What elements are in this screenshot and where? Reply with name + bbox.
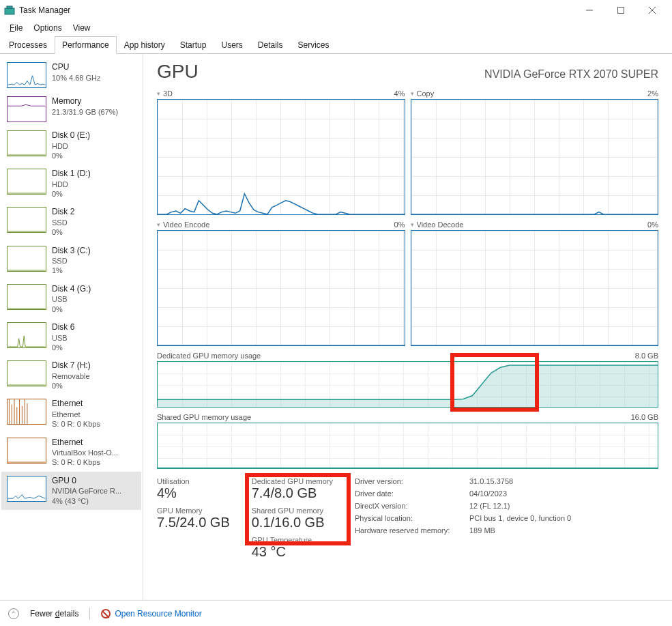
sidebar-item-label: Disk 0 (E:): [52, 130, 90, 141]
main-panel: GPU NVIDIA GeForce RTX 2070 SUPER ▾3D4% …: [143, 54, 672, 600]
sidebar-thumb: [7, 322, 46, 348]
menu-options[interactable]: Options: [29, 22, 65, 34]
chart-shared-label: Shared GPU memory usage: [157, 413, 251, 421]
chart-dedicated: Dedicated GPU memory usage8.0 GB: [157, 352, 658, 408]
svg-rect-3: [618, 8, 624, 14]
sidebar-item[interactable]: Disk 0 (E:) HDD0%: [1, 126, 141, 165]
open-resource-monitor-link[interactable]: Open Resource Monitor: [101, 609, 201, 618]
stat-shared-value: 0.1/16.0 GB: [252, 515, 333, 530]
maximize-button[interactable]: [605, 0, 637, 20]
meta-driver-date: 04/10/2023: [469, 489, 571, 498]
sidebar-item-label: Disk 1 (D:): [52, 169, 91, 180]
sidebar-item-label: Disk 3 (C:): [52, 246, 91, 257]
sidebar-item-label: GPU 0: [52, 476, 121, 487]
sidebar-item-sub: SSD: [52, 218, 74, 227]
tab-users[interactable]: Users: [214, 36, 250, 54]
chevron-up-icon: ⌃: [8, 608, 19, 619]
minimize-button[interactable]: [574, 0, 605, 20]
footer: ⌃ Fewer details Open Resource Monitor: [0, 600, 672, 626]
sidebar-item-sub: Ethernet: [52, 410, 100, 419]
chevron-down-icon: ▾: [157, 221, 160, 228]
sidebar-item[interactable]: Disk 4 (G:) USB0%: [1, 280, 141, 318]
chart-dedicated-right: 8.0 GB: [635, 352, 658, 360]
chart-3d[interactable]: ▾3D4%: [157, 89, 405, 215]
chart-encode-label: Video Encode: [163, 220, 209, 229]
stat-shared-label: Shared GPU memory: [252, 507, 333, 515]
sidebar-item[interactable]: Ethernet EthernetS: 0 R: 0 Kbps: [1, 395, 141, 433]
chart-encode[interactable]: ▾Video Encode0%: [157, 220, 405, 346]
menubar: File Options View: [0, 20, 672, 35]
sidebar-item-label: Disk 4 (G:): [52, 284, 91, 295]
sidebar-item-label: Disk 7 (H:): [52, 360, 91, 371]
sidebar-item[interactable]: GPU 0 NVIDIA GeForce R...4% (43 °C): [1, 472, 141, 510]
sidebar-item-sub: 1%: [52, 266, 91, 275]
chart-copy[interactable]: ▾Copy2%: [411, 89, 659, 215]
sidebar-item-sub: 4% (43 °C): [52, 496, 121, 506]
tab-startup[interactable]: Startup: [173, 36, 214, 54]
sidebar-item-label: Disk 6: [52, 322, 74, 333]
chart-decode[interactable]: ▾Video Decode0%: [411, 220, 659, 346]
sidebar-thumb: [7, 476, 46, 502]
tab-services[interactable]: Services: [291, 36, 337, 54]
meta-dx-label: DirectX version:: [355, 502, 457, 510]
chart-decode-label: Video Decode: [417, 220, 464, 229]
window-title: Task Manager: [19, 5, 574, 15]
sidebar-item[interactable]: CPU 10% 4.68 GHz: [1, 58, 141, 92]
stat-temp-label: GPU Temperature: [252, 536, 333, 544]
page-title: GPU: [157, 61, 199, 83]
chart-copy-right: 2%: [647, 89, 658, 98]
sidebar-item[interactable]: Ethernet VirtualBox Host-O...S: 0 R: 0 K…: [1, 433, 141, 472]
meta-loc: PCI bus 1, device 0, function 0: [469, 514, 571, 522]
sidebar-item-sub: HDD: [52, 180, 91, 189]
sidebar-thumb: [7, 169, 46, 195]
stat-gpumem-value: 7.5/24.0 GB: [157, 515, 230, 530]
fewer-details-button[interactable]: Fewer details: [30, 609, 78, 618]
menu-view[interactable]: View: [69, 22, 95, 34]
chart-shared: Shared GPU memory usage16.0 GB: [157, 413, 658, 469]
sidebar-item-sub: 0%: [52, 343, 74, 352]
sidebar-thumb: [7, 96, 46, 122]
sidebar-item[interactable]: Disk 1 (D:) HDD0%: [1, 165, 141, 203]
tab-performance[interactable]: Performance: [55, 36, 117, 54]
sidebar-item[interactable]: Disk 6 USB0%: [1, 318, 141, 356]
stat-gpumem-label: GPU Memory: [157, 507, 230, 515]
sidebar-item[interactable]: Disk 3 (C:) SSD1%: [1, 242, 141, 280]
app-icon: [4, 5, 15, 16]
stat-temp-value: 43 °C: [252, 544, 333, 560]
chevron-down-icon: ▾: [157, 90, 160, 97]
stats-grid: Utilisation4% GPU Memory7.5/24.0 GB Dedi…: [157, 477, 658, 560]
sidebar-item-sub: S: 0 R: 0 Kbps: [52, 419, 100, 429]
meta-driver-version: 31.0.15.3758: [469, 477, 571, 485]
menu-file[interactable]: File: [5, 22, 27, 34]
chevron-down-icon: ▾: [411, 90, 414, 97]
sidebar-item[interactable]: Memory 21.3/31.9 GB (67%): [1, 92, 141, 126]
meta-grid: Driver version:31.0.15.3758 Driver date:…: [355, 477, 571, 560]
chart-3d-right: 4%: [394, 89, 405, 98]
sidebar-item-sub: 0%: [52, 151, 90, 160]
sidebar-item-sub: 21.3/31.9 GB (67%): [52, 107, 118, 117]
sidebar-thumb: [7, 207, 46, 233]
sidebar-item-sub: USB: [52, 333, 74, 343]
meta-hw-label: Hardware reserved memory:: [355, 526, 457, 535]
sidebar-thumb: [7, 360, 46, 386]
sidebar-item[interactable]: Disk 7 (H:) Removable0%: [1, 356, 141, 395]
sidebar-thumb: [7, 62, 46, 88]
tab-processes[interactable]: Processes: [1, 36, 55, 54]
sidebar-item-sub: Removable: [52, 371, 91, 381]
sidebar-item-label: CPU: [52, 62, 101, 73]
meta-dx: 12 (FL 12.1): [469, 502, 571, 510]
chart-encode-right: 0%: [394, 220, 405, 229]
resmon-icon: [101, 609, 111, 618]
tab-apphistory[interactable]: App history: [117, 36, 173, 54]
chart-3d-label: 3D: [163, 89, 173, 98]
chart-dedicated-label: Dedicated GPU memory usage: [157, 352, 261, 360]
sidebar-thumb: [7, 130, 46, 156]
sidebar-item-sub: 0%: [52, 227, 74, 237]
tab-details[interactable]: Details: [250, 36, 291, 54]
sidebar-item-sub: NVIDIA GeForce R...: [52, 486, 121, 496]
close-button[interactable]: [637, 0, 668, 20]
sidebar-item[interactable]: Disk 2 SSD0%: [1, 203, 141, 241]
sidebar-item-label: Memory: [52, 96, 118, 107]
svg-rect-1: [7, 6, 12, 8]
sidebar-item-label: Ethernet: [52, 399, 100, 410]
